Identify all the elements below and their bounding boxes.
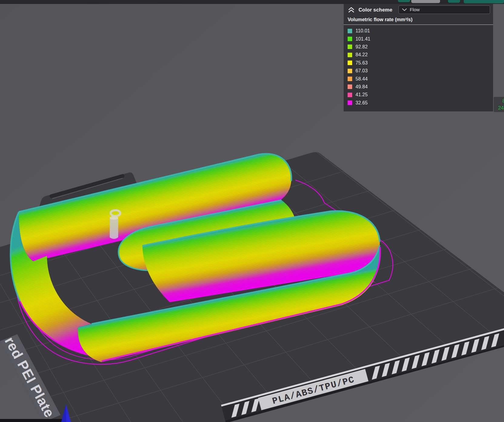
legend-swatch [348,37,352,41]
legend-value: 92.82 [355,44,368,50]
legend-swatch [348,61,352,65]
legend-value: 58.44 [355,76,368,82]
legend-item[interactable]: 84.22 [348,51,493,59]
top-toolbar [0,0,504,4]
panel-title: Color scheme [359,7,392,13]
legend-item[interactable]: 41.25 [348,91,493,99]
panel-header: Color scheme Flow [344,4,493,15]
chevron-down-icon [402,8,407,11]
legend-item[interactable]: 110.01 [348,27,493,35]
legend-value: 49.84 [355,84,368,90]
legend-swatch [348,101,352,105]
purge-cylinder-body [110,218,118,239]
color-scheme-dropdown[interactable]: Flow [399,5,490,14]
legend-value: 101.41 [355,36,370,42]
legend-value: 67.03 [355,68,368,74]
toolbar-button-fragment-3[interactable] [448,0,460,3]
purge-cylinder-top [110,216,118,220]
legend-item[interactable]: 49.84 [348,83,493,91]
legend-swatch [348,84,352,89]
legend-item[interactable]: 67.03 [348,67,493,75]
legend-item[interactable]: 58.44 [348,75,493,83]
legend-swatch [348,93,352,97]
legend-item[interactable]: 92.82 [348,43,493,51]
layer-value-top: 8 [494,97,504,104]
legend-value: 41.25 [355,92,368,97]
dropdown-value: Flow [410,7,420,12]
layer-value-indicator: 8 24. [494,97,504,112]
legend-value: 32.65 [355,100,368,106]
legend-swatch [348,77,352,81]
legend-swatch [348,69,352,73]
toolbar-button-fragment-4[interactable] [464,0,504,3]
legend-section-title: Volumetric flow rate (mm³/s) [344,15,493,25]
legend-item[interactable]: 101.41 [348,35,493,43]
legend-swatch [348,45,352,49]
legend-item[interactable]: 75.63 [348,59,493,67]
bottom-toolbar-fragment [0,419,62,422]
legend-list: 110.01101.4192.8284.2275.6367.0358.4449.… [344,25,493,107]
toolbar-button-fragment-2[interactable] [411,0,440,3]
legend-item[interactable]: 32.65 [348,99,493,107]
legend-value: 84.22 [355,52,368,58]
chevron-double-up-icon[interactable] [348,6,355,13]
layer-value-bottom: 24. [494,104,504,111]
legend-value: 75.63 [355,60,368,66]
legend-swatch [348,53,352,57]
toolbar-button-fragment-1[interactable] [398,0,410,2]
legend-swatch [348,29,352,33]
legend-value: 110.01 [355,28,370,34]
color-scheme-panel: Color scheme Flow Volumetric flow rate (… [344,4,493,111]
viewport-3d[interactable]: red PEI Plate PLA/ABS/TPU/PC [0,0,504,422]
